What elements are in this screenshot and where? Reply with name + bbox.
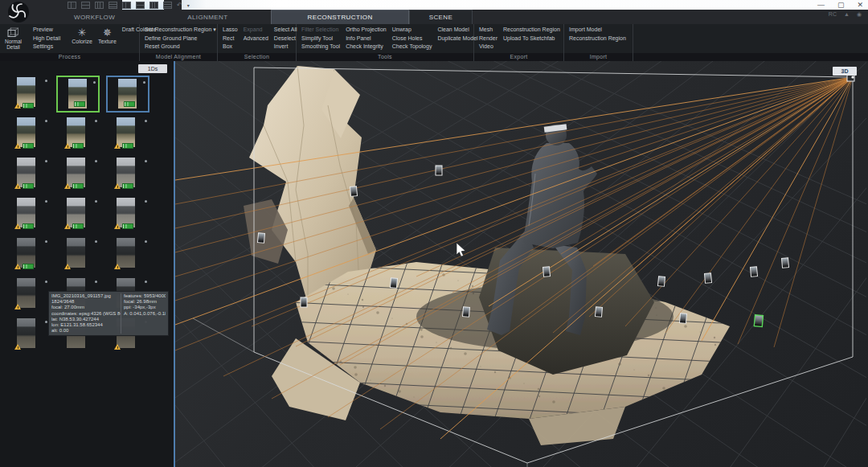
ribbon-button-box[interactable]: Box xyxy=(223,43,238,51)
image-thumbnail[interactable] xyxy=(56,116,100,153)
ribbon-button-smoothing-tool[interactable]: Smoothing Tool xyxy=(301,43,340,51)
ribbon-button-ortho-projection[interactable]: Ortho Projection xyxy=(346,26,387,35)
feature-count-badge xyxy=(23,103,34,109)
warning-icon[interactable]: ▲ xyxy=(844,11,850,18)
ribbon-tab-scene[interactable]: SCENE xyxy=(409,10,473,24)
ribbon-button-preview[interactable]: Preview xyxy=(33,26,60,35)
ribbon-button-check-topology[interactable]: Check Topology xyxy=(392,43,432,51)
ribbon-button-reconstruction-region[interactable]: Reconstruction Region xyxy=(569,35,626,43)
warning-triangle-icon xyxy=(64,183,71,189)
viewport-3d[interactable]: 3D xyxy=(175,61,868,467)
image-thumbnail[interactable] xyxy=(106,116,149,153)
status-dot xyxy=(45,281,47,283)
undo-icon[interactable]: ↶ xyxy=(177,2,182,9)
ribbon-button-define-ground-plane[interactable]: Define Ground Plane xyxy=(145,35,216,43)
maximize-button[interactable]: ▢ xyxy=(837,1,845,9)
colorize-button[interactable]: ✳ Colorize xyxy=(72,26,92,53)
layout-columns-icon[interactable] xyxy=(136,2,145,9)
camera-marker[interactable] xyxy=(704,273,711,284)
ribbon-button-deselect[interactable]: Deselect xyxy=(274,35,297,43)
ribbon-button-mesh[interactable]: Mesh xyxy=(479,26,497,35)
ribbon-button-video[interactable]: Video xyxy=(479,43,497,51)
ribbon-button-close-holes[interactable]: Close Holes xyxy=(392,35,432,43)
image-thumbnail[interactable] xyxy=(6,156,50,193)
image-thumbnail[interactable] xyxy=(106,156,149,193)
camera-marker[interactable] xyxy=(390,278,397,289)
image-thumbnail[interactable] xyxy=(106,236,149,273)
camera-marker[interactable] xyxy=(542,267,550,277)
camera-marker[interactable] xyxy=(462,307,469,317)
camera-marker[interactable] xyxy=(436,166,442,175)
image-thumbnail[interactable] xyxy=(6,317,50,354)
status-dot xyxy=(145,240,147,243)
rc-mini-logo-icon[interactable]: RC xyxy=(829,11,837,18)
ribbon-group-tools: Filter SelectionSimplify ToolSmoothing T… xyxy=(297,24,474,61)
ribbon-tab-reconstruction[interactable]: RECONSTRUCTION xyxy=(271,10,408,24)
status-dot xyxy=(45,120,47,122)
ribbon-button-filter-selection[interactable]: Filter Selection xyxy=(301,26,340,35)
ribbon-button-invert[interactable]: Invert xyxy=(274,43,297,51)
ribbon-button-info-panel[interactable]: Info Panel xyxy=(346,35,387,43)
viewport-3d-tab[interactable]: 3D xyxy=(833,67,857,76)
help-globe-icon[interactable]: ◉ xyxy=(857,11,862,18)
layout-mixed-icon[interactable] xyxy=(149,2,158,9)
ribbon-button-set-reconstruction-region[interactable]: Set Reconstruction Region ▾ xyxy=(145,26,216,35)
qat-overflow-icon[interactable]: ▾ xyxy=(187,3,190,8)
camera-marker[interactable] xyxy=(781,258,788,268)
layout-single-icon[interactable] xyxy=(68,2,76,9)
close-button[interactable]: ✕ xyxy=(857,1,863,9)
texture-button[interactable]: ✵ Texture xyxy=(98,26,117,53)
ribbon-group-process: Normal Detail Preview High Detail Settin… xyxy=(0,24,140,61)
app-logo-icon[interactable] xyxy=(6,1,31,23)
ribbon-button-lasso[interactable]: Lasso xyxy=(223,26,238,35)
camera-marker[interactable] xyxy=(750,267,757,277)
ribbon-button-simplify-tool[interactable]: Simplify Tool xyxy=(301,35,340,43)
ribbon-button-import-model[interactable]: Import Model xyxy=(569,26,626,35)
ribbon-button-reset-ground[interactable]: Reset Ground xyxy=(145,43,216,51)
feature-count-badge xyxy=(23,264,34,269)
ribbon-button-expand[interactable]: Expand xyxy=(244,26,268,35)
camera-marker[interactable] xyxy=(595,307,602,317)
ribbon-button-settings[interactable]: Settings xyxy=(33,43,60,51)
ribbon-tab-workflow[interactable]: WORKFLOW xyxy=(63,10,126,24)
layout-grid-icon[interactable] xyxy=(95,2,104,9)
camera-marker-selected[interactable] xyxy=(754,315,763,327)
image-thumbnail[interactable] xyxy=(6,277,50,313)
layout-wide-icon[interactable] xyxy=(122,2,131,9)
status-dot xyxy=(95,120,97,122)
ribbon-button-clean-model[interactable]: Clean Model xyxy=(437,26,477,35)
camera-marker[interactable] xyxy=(350,186,357,197)
image-thumbnail[interactable] xyxy=(56,76,100,113)
ribbon-button-duplicate-model[interactable]: Duplicate Model xyxy=(437,35,477,43)
ribbon-button-select-all[interactable]: Select All xyxy=(274,26,297,35)
ribbon-group-label-process: Process xyxy=(0,53,139,61)
layout-rows-icon[interactable] xyxy=(108,2,117,9)
camera-marker[interactable] xyxy=(301,297,307,307)
image-thumbnail[interactable] xyxy=(6,116,50,153)
image-thumbnail[interactable] xyxy=(106,196,149,233)
image-thumbnail[interactable] xyxy=(6,236,50,273)
ribbon-button-check-integrity[interactable]: Check Integrity xyxy=(346,43,387,51)
camera-marker[interactable] xyxy=(257,233,264,244)
ribbon-button-high-detail[interactable]: High Detail xyxy=(33,35,60,43)
ribbon-tab-alignment[interactable]: ALIGNMENT xyxy=(176,10,239,24)
layout-split-icon[interactable] xyxy=(81,2,90,9)
ribbon-button-unwrap[interactable]: Unwrap xyxy=(392,26,432,35)
image-thumbnail[interactable] xyxy=(6,196,50,233)
ribbon-button-reconstruction-region[interactable]: Reconstruction Region xyxy=(503,26,560,35)
minimize-button[interactable]: — xyxy=(817,1,825,9)
camera-marker[interactable] xyxy=(679,313,686,324)
ribbon-button-upload-to-sketchfab[interactable]: Upload To Sketchfab xyxy=(503,35,560,43)
image-thumbnail[interactable] xyxy=(56,156,100,193)
ribbon-button-rect[interactable]: Rect xyxy=(223,35,238,43)
image-thumbnail[interactable] xyxy=(56,196,100,233)
ribbon-button-advanced[interactable]: Advanced xyxy=(244,35,268,43)
image-thumbnail[interactable] xyxy=(56,236,100,273)
image-thumbnail[interactable] xyxy=(106,76,149,113)
normal-detail-button[interactable]: Normal Detail xyxy=(5,26,22,53)
ribbon-button-render[interactable]: Render xyxy=(479,35,497,43)
images-panel-tab[interactable]: 1Ds xyxy=(138,64,167,73)
image-thumbnail[interactable] xyxy=(6,76,50,113)
layout-quad-icon[interactable] xyxy=(163,2,172,9)
camera-marker[interactable] xyxy=(657,277,665,287)
